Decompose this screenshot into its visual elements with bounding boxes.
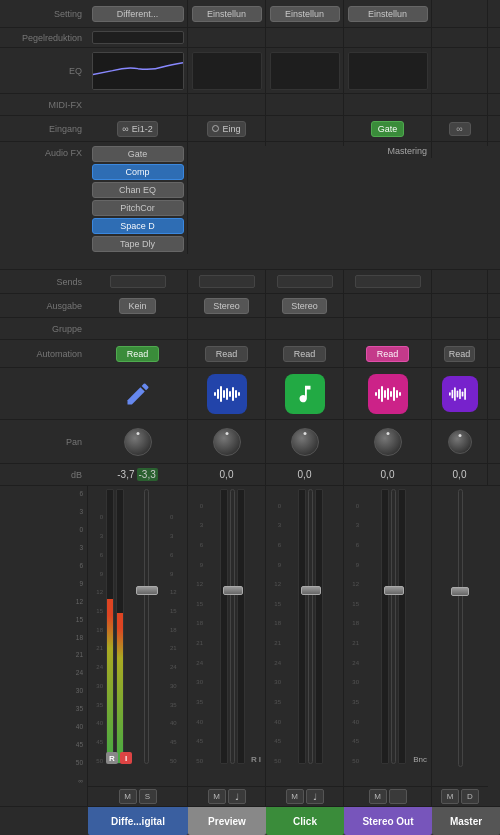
ch1-sends (188, 270, 266, 293)
ch3-label-bar[interactable]: Stereo Out (344, 807, 432, 835)
ch4-eingang: ∞ (432, 116, 488, 141)
ch3-db: 0,0 (344, 464, 432, 485)
ch3-m-btn[interactable]: M (369, 789, 387, 804)
ch2-plugin-icon[interactable] (285, 374, 325, 414)
ch0-fader-handle[interactable] (136, 586, 158, 595)
ch0-setting-btn[interactable]: Different... (92, 6, 184, 22)
ch0-auto-btn[interactable]: Read (116, 346, 160, 362)
sends-box-2 (277, 275, 333, 288)
ch2-setting-cell: Einstellun (266, 0, 344, 27)
ch4-d-btn[interactable]: D (461, 789, 479, 804)
ch3-s-btn[interactable] (389, 789, 407, 804)
ch4-pan-knob[interactable] (448, 430, 472, 454)
ch1-setting-btn[interactable]: Einstellun (192, 6, 262, 22)
ch2-s-btn[interactable]: ♩ (306, 789, 324, 804)
ch3-plugin-icon[interactable] (368, 374, 408, 414)
ch0-m-btn[interactable]: M (119, 789, 137, 804)
ch0-setting-cell: Different... (88, 0, 188, 27)
eingang-label: Eingang (0, 116, 88, 141)
svg-rect-14 (387, 388, 389, 400)
ch1-eingang-btn[interactable]: Eing (207, 121, 245, 137)
ch2-m-btn[interactable]: M (286, 789, 304, 804)
ch1-fader-inner: 0 3 6 9 12 15 18 21 24 30 35 40 45 50 (188, 486, 265, 786)
ch0-s-btn[interactable]: S (139, 789, 157, 804)
plugin-row-lbl (0, 368, 88, 419)
ch1-fader-track[interactable] (230, 489, 235, 764)
ch3-vu-r (398, 489, 406, 764)
eq-display-0[interactable] (92, 52, 184, 90)
ch1-ausgabe-btn[interactable]: Stereo (204, 298, 249, 314)
ch0-auto: Read (88, 340, 188, 367)
ch2-fader-track[interactable] (308, 489, 313, 764)
ch3-setting-btn[interactable]: Einstellun (348, 6, 428, 22)
ch2-pan (266, 420, 344, 463)
fx-tapedly[interactable]: Tape Dly (92, 236, 184, 252)
ch2-pan-knob[interactable] (291, 428, 319, 456)
ch4-link-icon[interactable]: ∞ (449, 122, 471, 136)
ch3-setting-cell: Einstellun (344, 0, 432, 27)
ch0-eingang-label: Ei1-2 (132, 124, 153, 134)
ch1-fader-handle[interactable] (223, 586, 243, 595)
ch2-setting-btn[interactable]: Einstellun (270, 6, 340, 22)
ch1-eq (188, 48, 266, 93)
ch4-fader-track[interactable] (458, 489, 463, 767)
ch0-pan-knob[interactable] (124, 428, 152, 456)
svg-rect-2 (217, 389, 219, 399)
ch1-pan-knob[interactable] (213, 428, 241, 456)
ch4-ms-row: M D (432, 786, 488, 806)
ch0-audiofx: Gate Comp Chan EQ PitchCor Space D Tape … (88, 142, 188, 254)
ch0-gruppe (88, 318, 188, 339)
ch2-label: Click (293, 816, 317, 827)
ch2-label-bar[interactable]: Click (266, 807, 344, 835)
ch1-label-bar[interactable]: Preview (188, 807, 266, 835)
svg-rect-3 (220, 386, 222, 402)
ch2-audiofx (266, 142, 344, 146)
ch0-plugin-icon[interactable] (120, 376, 156, 412)
ch0-fader-strip: 0 3 6 9 12 15 18 21 24 30 35 40 45 50 (88, 486, 188, 806)
ch2-auto-btn[interactable]: Read (283, 346, 327, 362)
ch3-fader-handle[interactable] (384, 586, 404, 595)
knob-dot-0 (136, 432, 139, 435)
ch0-fader-track[interactable] (144, 489, 149, 764)
fx-chaneq[interactable]: Chan EQ (92, 182, 184, 198)
vu-left (106, 489, 114, 764)
ch3-auto: Read (344, 340, 432, 367)
pegel-row: Pegelreduktion (0, 28, 500, 48)
eingang-cols: ∞ Ei1-2 Eing Gate ∞ (88, 116, 500, 141)
ch4-auto-btn[interactable]: Read (444, 346, 476, 362)
pan-cols (88, 420, 500, 463)
ch1-s-btn[interactable]: ♩ (228, 789, 246, 804)
ch4-plugin-icon[interactable] (442, 376, 478, 412)
ch1-plugin-icon[interactable] (207, 374, 247, 414)
ch0-ausgabe-btn[interactable]: Kein (119, 298, 155, 314)
knob-dot-2 (303, 432, 306, 435)
ch4-fader-handle[interactable] (451, 587, 469, 596)
ch3-plugin (344, 368, 432, 419)
fx-gate[interactable]: Gate (92, 146, 184, 162)
ch3-klopf-btn[interactable]: Gate (371, 121, 405, 137)
ch0-ms-row: M S (88, 786, 187, 806)
ch1-auto-btn[interactable]: Read (205, 346, 249, 362)
ch1-eingang-label: Eing (222, 124, 240, 134)
ch4-db: 0,0 (432, 464, 488, 485)
ch2-ausgabe-btn[interactable]: Stereo (282, 298, 327, 314)
fx-spaced[interactable]: Space D (92, 218, 184, 234)
ch3-pan-knob[interactable] (374, 428, 402, 456)
ch2-fader-handle[interactable] (301, 586, 321, 595)
vu-right (116, 489, 124, 764)
ch0-eingang-btn[interactable]: ∞ Ei1-2 (117, 121, 157, 137)
ch0-pan (88, 420, 188, 463)
fx-pitchcor[interactable]: PitchCor (92, 200, 184, 216)
ch2-db-val: 0,0 (298, 469, 312, 480)
ch3-fader-track[interactable] (391, 489, 396, 764)
ri-icons: R I (106, 752, 132, 764)
ch3-audiofx: Mastering (344, 142, 432, 158)
ch1-m-btn[interactable]: M (208, 789, 226, 804)
ch0-label-bar[interactable]: Diffe...igital (88, 807, 188, 835)
eq-display-2 (270, 52, 340, 90)
ch4-label-bar[interactable]: Master (432, 807, 500, 835)
fx-comp[interactable]: Comp (92, 164, 184, 180)
ch3-auto-btn[interactable]: Read (366, 346, 410, 362)
ch4-m-btn[interactable]: M (441, 789, 459, 804)
ch3-eq (344, 48, 432, 93)
